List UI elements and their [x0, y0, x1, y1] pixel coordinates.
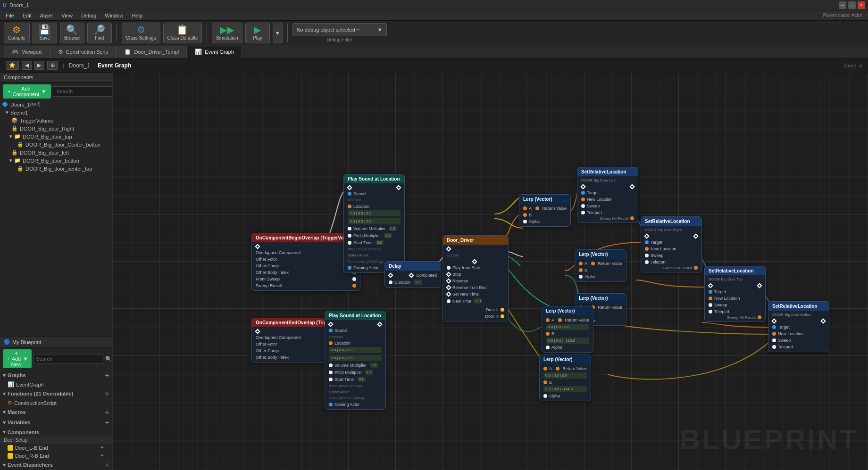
- node-set-rel-loc-1[interactable]: SetRelativeLocation DOOR Big Door Left T…: [577, 167, 638, 223]
- tab-construction[interactable]: ⚙ Construction Scrip: [50, 46, 117, 58]
- door-rb-end-item[interactable]: Door_R-B End ✦: [0, 452, 112, 460]
- pin-a: A Return Value: [523, 206, 567, 211]
- find-button[interactable]: 🔎 Find: [87, 23, 112, 43]
- node-lerp-2[interactable]: Lerp (Vector) A Return Value B Alpha: [575, 249, 626, 282]
- tree-item-door-center-top[interactable]: 🔒 DOOR_Big_door_center_top: [0, 165, 112, 173]
- breadcrumb-doors[interactable]: Doors_1: [69, 62, 90, 69]
- save-button[interactable]: 💾 Save: [33, 23, 57, 43]
- pin-label: Alpha: [549, 394, 560, 398]
- play-button[interactable]: ▶ Play: [245, 23, 270, 43]
- close-button[interactable]: ✕: [858, 1, 865, 9]
- my-blueprint-search-input[interactable]: [33, 354, 103, 363]
- forward-button[interactable]: ▶: [34, 61, 44, 70]
- event-graph-item[interactable]: 📊 EventGraph: [0, 380, 112, 388]
- pin-dot: [579, 275, 583, 279]
- debug-object-select[interactable]: No debug object selected ~ ▼: [292, 23, 387, 36]
- event-dispatchers-section[interactable]: ▾ Event Dispatchers +: [0, 460, 112, 470]
- graphs-section[interactable]: ▾ Graphs +: [0, 370, 112, 380]
- pin-volume: Volume Multiplier 1.0: [348, 225, 401, 231]
- pin-label: Sweep: [778, 338, 791, 343]
- pin-door-l: Door L: [486, 307, 504, 313]
- compile-button[interactable]: ⚙ Compile: [4, 23, 30, 43]
- node-lerp-1[interactable]: Lerp (Vector) A Return Value B Alpha: [519, 194, 571, 227]
- pin-dot: [348, 205, 351, 208]
- menu-file[interactable]: File: [2, 12, 18, 19]
- door-left-label: DOOR_Big_door_left: [20, 150, 69, 156]
- play-dropdown[interactable]: ▼: [273, 23, 283, 43]
- menu-window[interactable]: Window: [101, 12, 127, 19]
- class-settings-icon: ⚙: [137, 25, 145, 34]
- menu-view[interactable]: View: [58, 12, 76, 19]
- door-lb-end-item[interactable]: Door_L-B End ✦: [0, 444, 112, 452]
- lerp-5-body: A Return Value 0.0 | 0.0 | 0.0 B 0.0 | 0…: [540, 364, 591, 401]
- node-play-sound-2[interactable]: Play Sound at Location Sound Rotation Lo…: [325, 311, 386, 410]
- set-rel-loc-3-header: SetRelativeLocation: [705, 266, 765, 275]
- delay-title: Delay: [389, 264, 401, 269]
- pin-a: A Return Value: [546, 317, 589, 323]
- variables-add-button[interactable]: +: [105, 419, 109, 426]
- browse-button[interactable]: 🔍 Browse: [60, 23, 84, 43]
- components-bp-section[interactable]: ▾ Components: [0, 428, 112, 437]
- tree-item-door-center-bottom[interactable]: 🔒 DOOR_Big_door_Center_botton: [0, 140, 112, 148]
- tree-item-door-bottom[interactable]: ▾ 📁 DOOR_Big_door_botton: [0, 157, 112, 165]
- compile-label: Compile: [8, 35, 25, 41]
- node-delay[interactable]: Delay Completed Duration 0.1: [384, 261, 441, 288]
- door-left-icon: 🔒: [11, 149, 18, 156]
- pin-label: Start Time: [353, 240, 373, 245]
- tree-item-self[interactable]: 🔷 Doors_1 (self): [0, 100, 112, 108]
- play-sound-2-header: Play Sound at Location: [325, 311, 385, 320]
- pin-label: Sweep: [587, 204, 600, 208]
- pin-dot: [348, 227, 351, 231]
- pin-label: A: [551, 318, 554, 322]
- my-blueprint-toolbar: + + Add New ▼ 🔍 👁 ▼: [0, 347, 112, 370]
- node-set-rel-loc-2[interactable]: SetRelativeLocation DOOR Big Door Right …: [641, 216, 702, 272]
- node-door-driver[interactable]: Door_Driver Update Play from Start Stop: [442, 235, 509, 322]
- tab-door-driver[interactable]: 📋 Door_Driver_Templ: [116, 46, 187, 58]
- tree-item-scene1[interactable]: ▾ Scene1: [0, 108, 112, 116]
- construction-icon: ⚙: [58, 49, 63, 55]
- menu-help[interactable]: Help: [128, 12, 146, 19]
- macros-add-button[interactable]: +: [105, 408, 109, 416]
- menu-asset[interactable]: Asset: [36, 12, 57, 19]
- delay-body: Completed Duration 0.1: [385, 271, 441, 287]
- layout-button[interactable]: ⊞: [47, 61, 58, 70]
- tab-viewport[interactable]: 🎮 Viewport: [4, 46, 50, 58]
- variables-section[interactable]: ▾ Variables +: [0, 417, 112, 428]
- pin-dot: [446, 291, 451, 297]
- graphs-add-button[interactable]: +: [105, 371, 109, 379]
- simulation-button[interactable]: ▶▶ Simulation: [212, 23, 242, 43]
- menu-debug[interactable]: Debug: [77, 12, 100, 19]
- blueprint-canvas[interactable]: OnComponentBeginOverlap (TriggerVolume) …: [112, 73, 868, 470]
- add-component-button[interactable]: + Add Component ▼: [3, 84, 51, 99]
- pin-dot: [772, 332, 776, 336]
- breadcrumb-star[interactable]: ⭐: [6, 61, 19, 70]
- tab-event-graph[interactable]: 📊 Event Graph: [187, 46, 242, 58]
- tree-item-door-left[interactable]: 🔒 DOOR_Big_door_left: [0, 148, 112, 157]
- event-graph-item-label: EventGraph: [16, 382, 44, 388]
- ed-add-button[interactable]: +: [105, 461, 109, 469]
- functions-section[interactable]: ▾ Functions (21 Overridable) +: [0, 388, 112, 399]
- node-set-rel-loc-3[interactable]: SetRelativeLocation DOOR Big Door Top Ta…: [704, 266, 766, 322]
- pin-dot: [329, 378, 333, 381]
- class-settings-button[interactable]: ⚙ Class Settings: [122, 23, 160, 43]
- tree-item-triggervolume[interactable]: 📦 TriggerVolume: [0, 116, 112, 124]
- class-defaults-button[interactable]: 📋 Class Defaults: [163, 23, 202, 43]
- pin-new-loc: New Location: [581, 197, 634, 202]
- door-right-label: DOOR_Big_door_Right: [20, 126, 74, 132]
- menu-edit[interactable]: Edit: [19, 12, 35, 19]
- macros-section[interactable]: ▾ Macros +: [0, 407, 112, 417]
- back-button[interactable]: ◀: [22, 61, 32, 70]
- tree-item-door-right[interactable]: 🔒 DOOR_Big_door_Right: [0, 124, 112, 132]
- functions-add-button[interactable]: +: [105, 390, 109, 397]
- add-new-button[interactable]: + + Add New ▼: [3, 349, 32, 368]
- node-lerp-4[interactable]: Lerp (Vector) A Return Value 0.0 | 0.0 |…: [542, 306, 593, 353]
- construction-script-item[interactable]: ⚙ ConstructionScript: [0, 399, 112, 407]
- node-play-sound-1[interactable]: Play Sound at Location Sound Rotation Lo…: [343, 174, 405, 273]
- pin-label: Other Body Index: [256, 270, 289, 275]
- minimize-button[interactable]: ─: [839, 1, 846, 9]
- tree-item-door-top[interactable]: ▾ 📁 DOOR_Big_door_top: [0, 132, 112, 140]
- node-set-rel-loc-4[interactable]: SetRelativeLocation DOOR Big Door Botton…: [768, 301, 829, 352]
- components-search-input[interactable]: [53, 86, 112, 97]
- maximize-button[interactable]: □: [848, 1, 856, 9]
- node-lerp-5[interactable]: Lerp (Vector) A Return Value 0.0 | 0.0 |…: [539, 355, 591, 401]
